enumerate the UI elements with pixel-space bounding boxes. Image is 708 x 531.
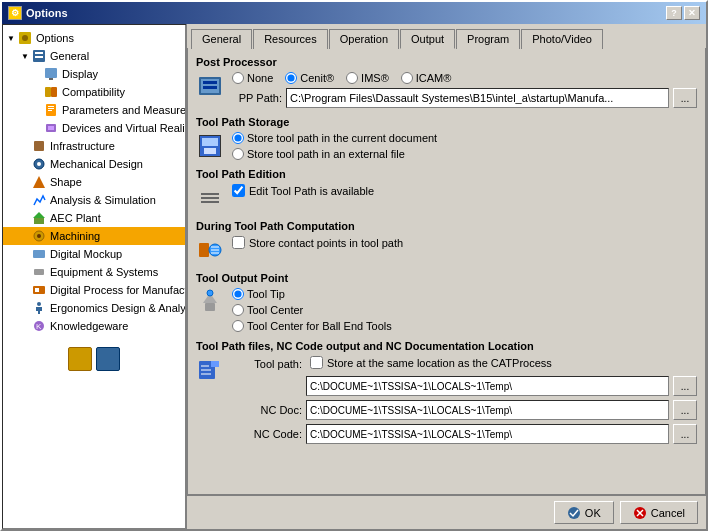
tab-output[interactable]: Output xyxy=(400,29,455,49)
tps-external-label[interactable]: Store tool path in an external file xyxy=(232,148,697,160)
tab-general[interactable]: General xyxy=(191,29,252,49)
tps-title: Tool Path Storage xyxy=(196,116,697,128)
devices-icon xyxy=(43,120,59,136)
top-center-label[interactable]: Tool Center xyxy=(232,304,697,316)
dtpc-options: Store contact points in tool path xyxy=(232,236,697,252)
top-tip-label[interactable]: Tool Tip xyxy=(232,288,697,300)
compat-icon xyxy=(43,84,59,100)
tps-current-radio[interactable] xyxy=(232,132,244,144)
tpf-same-loc-checkbox[interactable] xyxy=(310,356,323,369)
bottom-icon-2[interactable] xyxy=(96,347,120,371)
tab-photo-video[interactable]: Photo/Video xyxy=(521,29,603,49)
tab-program[interactable]: Program xyxy=(456,29,520,49)
dtpc-checkbox-label[interactable]: Store contact points in tool path xyxy=(232,236,697,249)
pp-icam-radio[interactable] xyxy=(401,72,413,84)
tpf-tp-input[interactable] xyxy=(306,376,669,396)
tree-item-equipment[interactable]: Equipment & Systems xyxy=(3,263,185,281)
ok-button[interactable]: OK xyxy=(554,501,614,524)
tpe-checkbox[interactable] xyxy=(232,184,245,197)
tpf-nc-doc-browse[interactable]: ... xyxy=(673,400,697,420)
pp-ims-label[interactable]: IMS® xyxy=(346,72,389,84)
pp-path-label: PP Path: xyxy=(232,92,282,104)
tpf-same-loc-label[interactable]: Store at the same location as the CATPro… xyxy=(310,356,552,369)
tpf-tp-browse[interactable]: ... xyxy=(673,376,697,396)
tps-options: Store tool path in the current document … xyxy=(232,132,697,160)
tree-item-mechanical[interactable]: Mechanical Design xyxy=(3,155,185,173)
dtpc-icon xyxy=(196,236,224,264)
tps-current-label[interactable]: Store tool path in the current document xyxy=(232,132,697,144)
tree-item-ergonomics[interactable]: Ergonomics Design & Analys xyxy=(3,299,185,317)
equipment-icon xyxy=(31,264,47,280)
cancel-button[interactable]: Cancel xyxy=(620,501,698,524)
tree-label-digital-process: Digital Process for Manufact xyxy=(50,284,187,296)
tree-item-machining[interactable]: Machining xyxy=(3,227,185,245)
dtpc-checkbox[interactable] xyxy=(232,236,245,249)
tab-operation[interactable]: Operation xyxy=(329,29,399,49)
svg-point-38 xyxy=(207,290,213,296)
pp-ims-radio[interactable] xyxy=(346,72,358,84)
tps-external-radio[interactable] xyxy=(232,148,244,160)
options-window: ⚙ Options ? ✕ ▼ Options ▼ General xyxy=(0,0,708,531)
tree-label-compatibility: Compatibility xyxy=(62,86,125,98)
svg-point-27 xyxy=(37,302,41,306)
pp-none-radio[interactable] xyxy=(232,72,244,84)
top-center-radio[interactable] xyxy=(232,304,244,316)
cancel-icon xyxy=(633,506,647,520)
tab-bar: General Resources Operation Output Progr… xyxy=(187,24,706,48)
tab-resources[interactable]: Resources xyxy=(253,29,328,49)
ergonomics-icon xyxy=(31,300,47,316)
tree-item-infrastructure[interactable]: Infrastructure xyxy=(3,137,185,155)
tree-item-aec[interactable]: AEC Plant xyxy=(3,209,185,227)
tpf-nc-doc-input[interactable] xyxy=(306,400,669,420)
svg-rect-43 xyxy=(201,373,211,375)
svg-point-22 xyxy=(37,234,41,238)
tpe-checkbox-label[interactable]: Edit Tool Path is available xyxy=(232,184,697,197)
expand-arrow: ▼ xyxy=(5,32,17,44)
tpf-nc-code-input[interactable] xyxy=(306,424,669,444)
top-tip-radio[interactable] xyxy=(232,288,244,300)
analysis-icon xyxy=(31,192,47,208)
top-title: Tool Output Point xyxy=(196,272,697,284)
svg-point-17 xyxy=(37,162,41,166)
bottom-icons xyxy=(3,343,185,375)
pp-icam-label[interactable]: ICAM® xyxy=(401,72,452,84)
svg-rect-6 xyxy=(49,78,53,80)
bottom-icon-1[interactable] xyxy=(68,347,92,371)
tree-item-display[interactable]: Display xyxy=(3,65,185,83)
spacer xyxy=(19,176,31,188)
spacer xyxy=(31,104,43,116)
pp-none-label[interactable]: None xyxy=(232,72,273,84)
tree-item-digital-process[interactable]: Digital Process for Manufact xyxy=(3,281,185,299)
floppy-icon xyxy=(199,135,221,157)
top-ball-radio[interactable] xyxy=(232,320,244,332)
pp-browse-button[interactable]: ... xyxy=(673,88,697,108)
svg-point-1 xyxy=(22,35,28,41)
tree-item-analysis[interactable]: Analysis & Simulation xyxy=(3,191,185,209)
spacer xyxy=(19,248,31,260)
pp-cenit-radio[interactable] xyxy=(285,72,297,84)
close-button[interactable]: ✕ xyxy=(684,6,700,20)
tab-content-scroll[interactable]: Post Processor xyxy=(188,48,705,494)
svg-marker-40 xyxy=(211,361,219,367)
tpe-section: Edit Tool Path is available xyxy=(196,184,697,212)
help-button[interactable]: ? xyxy=(666,6,682,20)
tree-label-general: General xyxy=(50,50,89,62)
tree-item-parameters[interactable]: Parameters and Measure xyxy=(3,101,185,119)
tree-item-devices[interactable]: Devices and Virtual Realit xyxy=(3,119,185,137)
tree-item-shape[interactable]: Shape xyxy=(3,173,185,191)
svg-rect-23 xyxy=(33,250,45,258)
svg-point-44 xyxy=(568,507,580,519)
tree-label-mechanical: Mechanical Design xyxy=(50,158,143,170)
tree-item-general[interactable]: ▼ General xyxy=(3,47,185,65)
pp-cenit-label[interactable]: Cenit® xyxy=(285,72,334,84)
tree-item-options[interactable]: ▼ Options xyxy=(3,29,185,47)
pp-path-input[interactable] xyxy=(286,88,669,108)
tree-item-knowledgeware[interactable]: K Knowledgeware xyxy=(3,317,185,335)
tpf-nc-code-browse[interactable]: ... xyxy=(673,424,697,444)
knowledge-icon: K xyxy=(31,318,47,334)
tpf-icon xyxy=(196,356,224,384)
tree-item-compatibility[interactable]: Compatibility xyxy=(3,83,185,101)
top-ball-label[interactable]: Tool Center for Ball End Tools xyxy=(232,320,697,332)
tpf-tool-path-row: Tool path: Store at the same location as… xyxy=(232,356,697,372)
tree-item-digital-mockup[interactable]: Digital Mockup xyxy=(3,245,185,263)
